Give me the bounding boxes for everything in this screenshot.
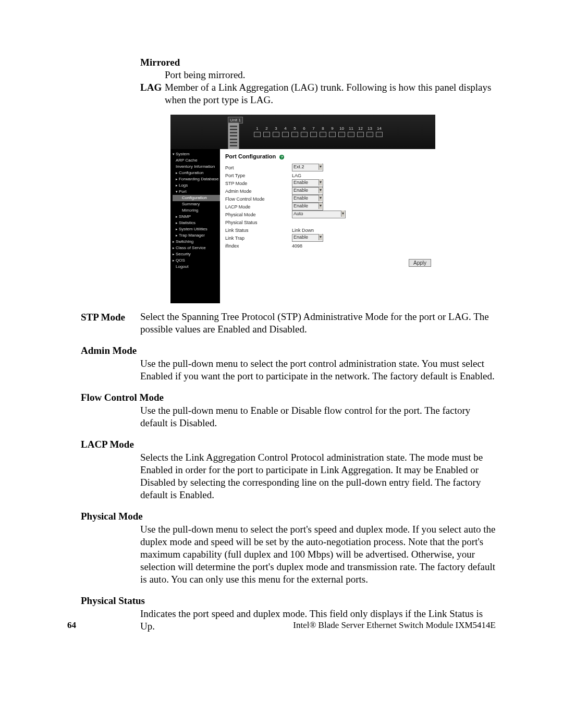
nav-item[interactable]: System Utilities [173, 226, 222, 232]
nav-item[interactable]: Inventory Information [173, 164, 222, 170]
rack-icon [228, 122, 239, 150]
port-slot[interactable] [254, 132, 261, 137]
port-num: 5 [291, 126, 298, 131]
port-slot[interactable] [310, 132, 317, 137]
port-slot[interactable] [329, 132, 336, 137]
help-icon[interactable]: ? [279, 155, 284, 159]
form-select[interactable]: Enable [292, 195, 323, 203]
nav-item[interactable]: Switching [173, 239, 222, 245]
port-num: 12 [357, 126, 364, 131]
nav-item[interactable]: SNMP [173, 214, 222, 220]
form-row: PortExt.2 [225, 164, 431, 171]
port-slot[interactable] [357, 132, 364, 137]
port-num: 13 [366, 126, 373, 131]
term-phymode: Physical Mode [81, 510, 496, 523]
footer-title: Intel® Blade Server Ethernet Switch Modu… [293, 620, 496, 631]
term-admin: Admin Mode [81, 344, 496, 357]
port-slot[interactable] [320, 132, 326, 137]
nav-item[interactable]: Summary [173, 201, 222, 207]
shot-topbar: Unit 1 1234567891011121314 [170, 115, 435, 150]
nav-item[interactable]: Class of Service [173, 245, 222, 251]
nav-item[interactable]: Logs [173, 182, 222, 189]
panel-title-text: Port Configuration [225, 153, 276, 159]
nav-item[interactable]: ARP Cache [173, 157, 222, 164]
term-flow: Flow Control Mode [81, 391, 496, 404]
port-slot[interactable] [348, 132, 354, 137]
term-mirrored: Mirrored [140, 56, 496, 69]
form-label: Link Status [225, 228, 292, 233]
form-label: Link Trap [225, 236, 292, 241]
nav-item[interactable]: System [173, 151, 222, 157]
body-stp: Select the Spanning Tree Protocol (STP) … [140, 311, 496, 336]
nav-item[interactable]: Mirroring [173, 207, 222, 214]
port-slot[interactable] [263, 132, 270, 137]
form-select[interactable]: Enable [292, 179, 323, 187]
form-label: Physical Mode [225, 212, 292, 217]
apply-button[interactable]: Apply [409, 259, 431, 267]
embedded-screenshot: Unit 1 1234567891011121314 SystemARP Cac… [170, 115, 435, 303]
form-select[interactable]: Ext.2 [292, 164, 323, 171]
page-content: Mirrored Port being mirrored. LAG Member… [67, 56, 496, 633]
port-num: 8 [320, 126, 326, 131]
form-label: STP Mode [225, 181, 292, 186]
form-row: LACP ModeEnable [225, 203, 431, 211]
term-phystat: Physical Status [81, 594, 496, 608]
port-slot[interactable] [376, 132, 383, 137]
form-label: ifIndex [225, 243, 292, 249]
form-select[interactable]: Enable [292, 203, 323, 211]
page-number: 64 [67, 620, 76, 631]
form-row: STP ModeEnable [225, 179, 431, 187]
body-admin: Use the pull-down menu to select the por… [140, 357, 496, 382]
form-select[interactable]: Enable [292, 234, 323, 242]
nav-item[interactable]: Forwarding Database [173, 176, 222, 182]
port-num: 11 [348, 126, 354, 131]
port-num: 10 [338, 126, 345, 131]
form-row: ifIndex4098 [225, 242, 431, 250]
port-num: 7 [310, 126, 317, 131]
form-row: Flow Control ModeEnable [225, 195, 431, 203]
port-slot[interactable] [301, 132, 308, 137]
form-label: Flow Control Mode [225, 196, 292, 202]
form-select[interactable]: Enable [292, 187, 323, 195]
form-value: Link Down [292, 228, 314, 233]
nav-item[interactable]: Logout [173, 264, 222, 270]
port-grid: 1234567891011121314 [254, 126, 383, 137]
form-label: Physical Status [225, 220, 292, 225]
port-slot[interactable] [273, 132, 279, 137]
port-slot[interactable] [366, 132, 373, 137]
form-row: Physical ModeAuto [225, 211, 431, 218]
form-row: Link TrapEnable [225, 234, 431, 242]
port-num: 4 [282, 126, 289, 131]
form-select[interactable]: Auto [292, 211, 346, 218]
nav-item[interactable]: Port [173, 189, 222, 195]
row-stp: STP Mode Select the Spanning Tree Protoc… [67, 311, 496, 336]
form-row: Admin ModeEnable [225, 187, 431, 195]
row-lag: LAG Member of a Link Aggregation (LAG) t… [140, 81, 496, 106]
port-num: 3 [273, 126, 279, 131]
form-row: Port TypeLAG [225, 171, 431, 179]
nav-item[interactable]: Configuration [173, 195, 222, 201]
form-value: LAG [292, 173, 301, 178]
form-row: Link StatusLink Down [225, 226, 431, 234]
form-value: 4098 [292, 243, 302, 249]
port-num: 9 [329, 126, 336, 131]
nav-item[interactable]: Configuration [173, 170, 222, 176]
port-num: 14 [376, 126, 383, 131]
shot-main: Port Configuration ? PortExt.2Port TypeL… [220, 149, 435, 303]
body-lacp: Selects the Link Aggregation Control Pro… [140, 451, 496, 501]
nav-item[interactable]: Trap Manager [173, 232, 222, 239]
body-flow: Use the pull-down menu to Enable or Disa… [140, 404, 496, 429]
nav-tree[interactable]: SystemARP CacheInventory InformationConf… [170, 149, 224, 303]
term-lacp: LACP Mode [81, 438, 496, 451]
nav-item[interactable]: Security [173, 251, 222, 257]
form-row: Physical Status [225, 218, 431, 226]
form-label: Admin Mode [225, 189, 292, 194]
port-slot[interactable] [338, 132, 345, 137]
nav-item[interactable]: Statistics [173, 220, 222, 226]
port-slot[interactable] [282, 132, 289, 137]
port-num: 6 [301, 126, 308, 131]
port-slot[interactable] [291, 132, 298, 137]
footer: 64 Intel® Blade Server Ethernet Switch M… [67, 620, 496, 631]
nav-item[interactable]: QOS [173, 257, 222, 264]
form-label: LACP Mode [225, 204, 292, 209]
